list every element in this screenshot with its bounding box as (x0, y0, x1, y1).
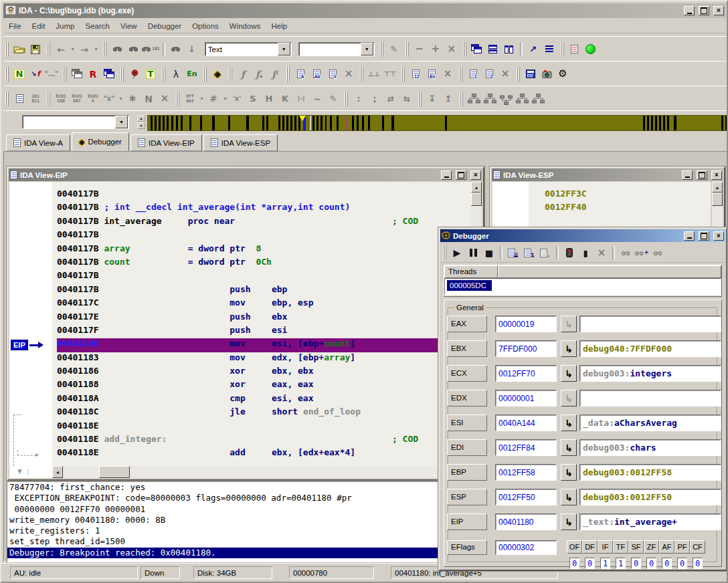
register-target-eax[interactable] (579, 316, 721, 332)
tree2-icon[interactable] (482, 91, 498, 106)
navigation-band[interactable] (147, 115, 728, 131)
dropdown-arrow-icon[interactable]: ▼ (361, 43, 373, 55)
scroll-up-icon[interactable]: ▲ (712, 182, 723, 193)
disasm-line[interactable]: 0040117B int_average proc near ; COD (57, 216, 472, 229)
register-value-eip[interactable]: 00401180 (495, 513, 557, 530)
open-folder-icon[interactable] (11, 41, 27, 57)
search-next-icon[interactable] (125, 41, 141, 57)
hash-icon[interactable]: # (205, 91, 221, 106)
disasm-line[interactable]: 0040118E (57, 421, 472, 434)
pause-ii-icon[interactable] (465, 245, 481, 261)
bars-icon[interactable]: |–| (293, 91, 309, 106)
plus-icon[interactable]: + (428, 41, 444, 57)
stack-a-icon[interactable]: ⇄ (383, 91, 399, 106)
doc-ab-icon[interactable]: Ab (308, 66, 325, 82)
stack-line[interactable]: 0012FF3C (545, 189, 711, 202)
eip-hscrollbar[interactable]: ◄ (52, 466, 471, 478)
disasm-line[interactable]: 0040118E add ebx, [edx+eax*4] (57, 447, 472, 461)
quote-x-icon[interactable]: 'x' (229, 91, 245, 106)
jump-to-address-button[interactable]: ↳ (561, 513, 577, 530)
scroll-track[interactable] (63, 466, 99, 478)
diamond-icon[interactable]: ◆ (209, 66, 225, 82)
output-line[interactable]: 78477704: first_chance: yes (7, 482, 484, 493)
register-target-ebx[interactable]: debug040:7FFDF000 (579, 340, 721, 357)
menu-options[interactable]: Options (187, 21, 224, 31)
menu-view[interactable]: View (115, 21, 143, 31)
menu-jump[interactable]: Jump (50, 21, 80, 31)
win-cascade-icon[interactable] (469, 41, 485, 57)
jump-to-address-button[interactable]: ↳ (561, 464, 577, 481)
tab-debugger[interactable]: ◆Debugger (72, 132, 129, 151)
disasm-line[interactable]: 0040118E add_integer: ; COD (57, 434, 472, 447)
win-tile-h-icon[interactable] (485, 41, 501, 57)
dbg-close-button[interactable]: × (713, 231, 724, 241)
push-down-icon[interactable]: ↧ (424, 91, 440, 106)
flag-bit-df[interactable]: 0 (585, 558, 595, 569)
drop-icon[interactable]: ▾ (117, 91, 124, 106)
cod-0101-icon[interactable]: 0101COD (53, 91, 69, 106)
flag-bit-cf[interactable]: 0 (693, 558, 703, 569)
drop-icon[interactable]: ▾ (221, 91, 229, 106)
stack-blue-icon[interactable] (101, 66, 117, 82)
disasm-line[interactable]: 0040117F push esi (57, 325, 472, 338)
register-value-esi[interactable]: 0040A144 (495, 415, 557, 431)
register-target-ebp[interactable]: debug003:0012FF58 (579, 464, 721, 481)
struct-man-icon[interactable]: λ (168, 66, 184, 82)
tree1-icon[interactable] (466, 91, 482, 106)
esp-minimize-button[interactable] (682, 170, 693, 180)
threads-column-header[interactable]: Threads (444, 265, 498, 278)
stack-b-icon[interactable]: ⇆ (399, 91, 415, 106)
n-gray-icon[interactable]: N (141, 91, 157, 106)
jump-down-icon[interactable]: ↓ (184, 41, 200, 57)
menu-help[interactable]: Help (266, 21, 292, 31)
disasm-line[interactable]: 0040118C jle short end_of_loop (57, 406, 472, 420)
win-list-icon[interactable] (541, 41, 557, 57)
dbg-minimize-button[interactable] (684, 231, 695, 241)
disasm-line[interactable]: 00401186 xor ebx, ebx (57, 366, 472, 379)
register-target-edx[interactable] (579, 390, 721, 406)
eip-close-button[interactable]: × (470, 170, 481, 180)
register-target-esp[interactable]: debug003:0012FF50 (579, 489, 721, 505)
register-value-edx[interactable]: 00000001 (495, 390, 557, 406)
eraser-icon[interactable]: ✎ (386, 41, 402, 57)
x-gray-icon[interactable]: × (444, 41, 460, 57)
disasm-line[interactable]: 0040117B (57, 270, 472, 283)
esp-maximize-button[interactable] (697, 170, 707, 180)
win-tile-v-icon[interactable] (501, 41, 517, 57)
jump-to-address-button[interactable]: ↳ (561, 365, 577, 382)
enum-en-icon[interactable]: En (184, 66, 200, 82)
watch-icon[interactable]: oo (618, 245, 634, 261)
drop-icon[interactable]: ▾ (69, 41, 76, 57)
register-target-edi[interactable]: debug003:chars (579, 439, 721, 456)
func-f-icon[interactable]: ƒ (235, 66, 251, 82)
doc-1-icon[interactable]: 1 (465, 66, 481, 82)
debugger-titlebar[interactable]: Debugger × (440, 229, 725, 242)
disasm-line[interactable]: 0040117C mov ebp, esp (57, 298, 472, 311)
disasm-line[interactable]: 0040117B ; int __cdecl int_average(int *… (57, 202, 472, 215)
register-target-ecx[interactable]: debug003:integers (579, 365, 721, 382)
run-until-icon[interactable]: ↳ (537, 245, 553, 261)
str-s-icon[interactable]: "s" (101, 91, 117, 106)
doc-hash-icon[interactable]: # (325, 66, 341, 82)
rose-icon[interactable] (126, 66, 143, 82)
address-combo[interactable]: ▼ (22, 115, 129, 129)
nav-forward-icon[interactable]: → (76, 41, 92, 57)
nav-back-icon[interactable]: ← (53, 41, 69, 57)
scroll-up-icon[interactable]: ▲ (471, 182, 482, 193)
jump-to-address-button[interactable]: ↳ (561, 316, 577, 332)
merge-down-icon[interactable]: ⊥⊥ (366, 66, 382, 82)
stack-line[interactable]: 0012FF40 (545, 202, 711, 215)
minus-icon[interactable]: − (412, 41, 428, 57)
scroll-thumb[interactable] (471, 193, 482, 206)
disasm-line[interactable]: 0040117B push ebp (57, 284, 472, 298)
semicolon-icon[interactable]: ; (367, 91, 383, 106)
run-green-icon[interactable] (583, 41, 599, 57)
esp-window-titlebar[interactable]: IDA View-ESP × (492, 168, 723, 181)
quotes-icon[interactable]: "…" (43, 66, 60, 82)
h-letter-icon[interactable]: H (261, 91, 277, 106)
dbg-maximize-button[interactable] (699, 231, 709, 241)
flag-bit-sf[interactable]: 0 (631, 558, 641, 569)
maximize-button[interactable] (699, 6, 709, 15)
flow-doc-icon[interactable] (567, 41, 583, 57)
jump-to-address-button[interactable]: ↳ (561, 439, 577, 456)
